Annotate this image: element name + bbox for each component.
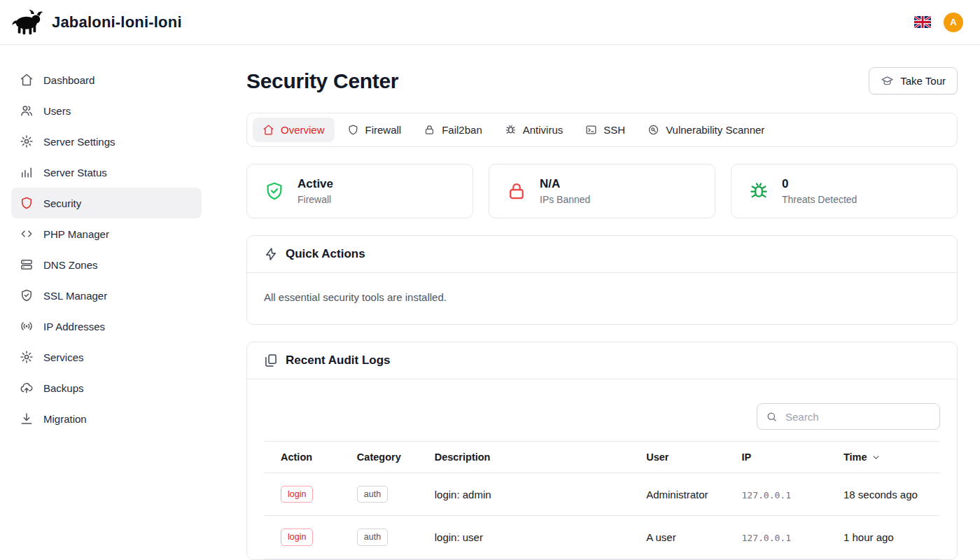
sidebar-item-icon — [20, 350, 34, 364]
page-header: Security Center Take Tour — [246, 67, 958, 94]
sidebar-item-label: SSL Manager — [43, 290, 107, 302]
audit-logs-header: Recent Audit Logs — [247, 342, 957, 379]
category-badge: auth — [357, 528, 388, 545]
tab-icon — [585, 124, 597, 136]
app-title: Jabaloni-loni-loni — [52, 13, 182, 31]
tab-label: Vulnerability Scanner — [666, 124, 764, 136]
stat-label: Threats Detected — [782, 194, 857, 205]
sidebar-item-label: PHP Manager — [43, 228, 109, 240]
take-tour-label: Take Tour — [900, 75, 946, 87]
sidebar-item-icon — [20, 134, 34, 148]
sidebar-item-icon — [20, 73, 34, 87]
category-cell: auth — [340, 516, 418, 559]
sidebar-item-icon — [20, 258, 34, 272]
sidebar-item[interactable]: Security — [11, 188, 202, 218]
col-time-label: Time — [844, 451, 867, 463]
tab[interactable]: Vulnerability Scanner — [638, 118, 774, 142]
tab[interactable]: Firewall — [337, 118, 412, 142]
action-badge: login — [281, 486, 313, 503]
sidebar-item-icon — [20, 319, 34, 333]
sidebar-item[interactable]: Services — [11, 342, 202, 372]
sidebar-item[interactable]: PHP Manager — [11, 218, 202, 249]
search-input[interactable] — [784, 410, 931, 424]
stat-text: Active Firewall — [298, 177, 333, 205]
description-cell: login: user — [418, 516, 629, 559]
action-badge: login — [281, 528, 313, 545]
time-cell: 1 hour ago — [827, 516, 940, 559]
bull-logo-icon — [11, 10, 45, 35]
sidebar-item-label: Dashboard — [43, 74, 94, 86]
tab[interactable]: SSH — [575, 118, 635, 142]
audit-logs-title: Recent Audit Logs — [286, 354, 391, 368]
tab-label: SSH — [603, 124, 625, 136]
stat-icon — [264, 181, 285, 202]
search-box — [757, 403, 940, 430]
time-sort-control[interactable]: Time — [844, 451, 923, 463]
clipboard-icon — [264, 354, 278, 368]
tab-label: Fail2ban — [442, 124, 482, 136]
take-tour-button[interactable]: Take Tour — [869, 67, 958, 94]
layout: Dashboard Users Server Settings Server S… — [0, 45, 980, 560]
tab[interactable]: Fail2ban — [414, 118, 492, 142]
sidebar-item[interactable]: Dashboard — [11, 64, 202, 95]
language-flag-icon[interactable] — [914, 16, 931, 28]
chevron-down-icon — [871, 452, 881, 463]
table-row: login auth login: admin Administrator 12… — [264, 473, 940, 516]
tab[interactable]: Antivirus — [495, 118, 573, 142]
brand[interactable]: Jabaloni-loni-loni — [11, 10, 182, 35]
tab-icon — [648, 124, 659, 136]
top-bar: Jabaloni-loni-loni A — [0, 0, 980, 45]
sidebar-item-icon — [20, 381, 34, 395]
sidebar-item-icon — [20, 165, 34, 179]
stat-icon — [748, 181, 769, 202]
sidebar-item-icon — [20, 196, 34, 210]
description-cell: login: admin — [418, 473, 629, 516]
stat-card: N/A IPs Banned — [489, 164, 715, 218]
sidebar-item[interactable]: IP Addresses — [11, 311, 202, 342]
sidebar-item-label: Security — [43, 197, 81, 209]
sidebar-item-label: DNS Zones — [43, 259, 98, 271]
tab[interactable]: Overview — [253, 118, 335, 142]
stat-value: Active — [298, 177, 333, 191]
tab-icon — [347, 124, 359, 136]
time-cell: 18 seconds ago — [827, 473, 940, 516]
sidebar-item[interactable]: Migration — [11, 403, 202, 434]
security-tabs: Overview Firewall Fail2ban Antivirus — [246, 113, 958, 147]
tab-label: Overview — [281, 124, 325, 136]
tab-icon — [424, 124, 435, 136]
col-description: Description — [418, 442, 629, 473]
tab-label: Firewall — [365, 124, 402, 136]
quick-actions-message: All essential security tools are install… — [247, 273, 957, 324]
user-cell: A user — [629, 516, 724, 559]
tab-icon — [505, 124, 517, 136]
ip-value: 127.0.0.1 — [742, 490, 791, 500]
search-icon — [766, 411, 778, 423]
sidebar-item[interactable]: DNS Zones — [11, 249, 202, 280]
ip-cell: 127.0.0.1 — [725, 473, 827, 516]
stat-label: Firewall — [298, 194, 333, 205]
sidebar-item-label: Backups — [43, 382, 84, 394]
col-time: Time — [827, 442, 940, 473]
stat-value: 0 — [782, 177, 857, 191]
tab-icon — [262, 124, 274, 136]
page-title: Security Center — [246, 69, 398, 93]
action-cell: login — [264, 473, 340, 516]
table-header-row: Action Category Description User IP Time — [264, 442, 940, 473]
sidebar-item[interactable]: SSL Manager — [11, 280, 202, 311]
quick-actions-title: Quick Actions — [286, 247, 365, 261]
sidebar-item[interactable]: Users — [11, 95, 202, 126]
sidebar-item[interactable]: Backups — [11, 372, 202, 403]
category-cell: auth — [340, 473, 418, 516]
sidebar-item-label: Migration — [43, 413, 87, 425]
stat-text: 0 Threats Detected — [782, 177, 857, 205]
sidebar: Dashboard Users Server Settings Server S… — [0, 45, 213, 560]
user-cell: Administrator — [629, 473, 724, 516]
main-content: Security Center Take Tour Overview Firew… — [213, 45, 980, 560]
user-avatar[interactable]: A — [944, 13, 963, 32]
ip-cell: 127.0.0.1 — [725, 516, 827, 559]
col-category: Category — [340, 442, 418, 473]
audit-logs-card: Recent Audit Logs — [246, 342, 958, 560]
sidebar-item[interactable]: Server Settings — [11, 126, 202, 157]
sidebar-item[interactable]: Server Status — [11, 157, 202, 188]
sidebar-item-icon — [20, 288, 34, 302]
